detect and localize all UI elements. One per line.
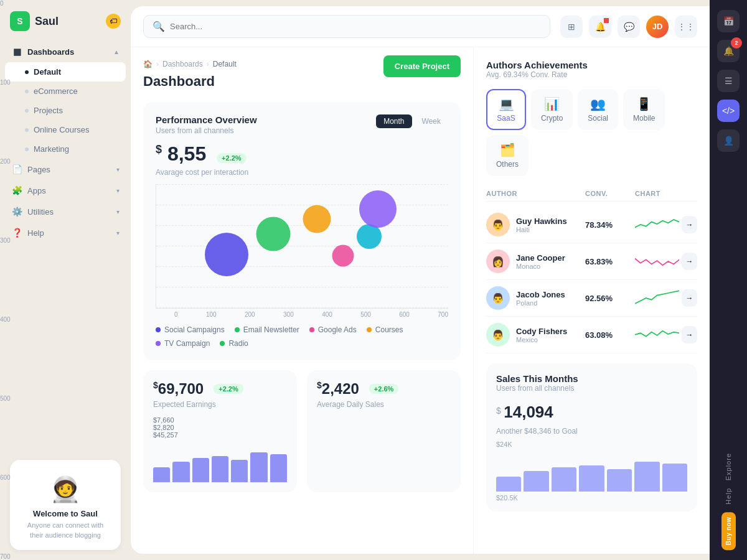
col-author: AUTHOR <box>486 190 585 197</box>
app-name: Saul <box>35 15 59 28</box>
sidebar-item-dashboards[interactable]: ▦ Dashboards ▲ <box>5 41 126 62</box>
author-avatar: 👩 <box>486 250 510 273</box>
author-name: Jacob Jones <box>516 290 565 299</box>
user-avatar[interactable]: JD <box>646 16 669 38</box>
legend-courses: Courses <box>367 325 403 334</box>
nav-dot <box>25 109 29 113</box>
right-panel: Authors Achievements Avg. 69.34% Conv. R… <box>473 47 710 554</box>
col-conv: CONV. <box>585 190 635 197</box>
notification-icon-btn[interactable]: 🔔 2 <box>717 40 740 62</box>
notifications-btn[interactable]: 🔔 <box>589 16 611 38</box>
mobile-icon: 📱 <box>636 96 652 111</box>
view-button[interactable]: → <box>682 216 697 233</box>
sales-value: $2,420 <box>317 380 359 398</box>
breadcrumb-dashboards[interactable]: Dashboards <box>162 60 203 68</box>
logo-icon: S <box>10 11 30 31</box>
legend-dot <box>156 341 161 346</box>
bubble-radio <box>359 190 397 228</box>
sales-goal: Another $48,346 to Goal <box>496 427 687 436</box>
welcome-title: Welcome to Saul <box>20 509 111 518</box>
view-button[interactable]: → <box>682 289 697 307</box>
crypto-icon: 📊 <box>544 96 560 111</box>
author-avatar: 👨 <box>486 286 510 310</box>
sidebar-item-utilities[interactable]: ⚙️ Utilities ▾ <box>5 201 126 222</box>
table-row: 👨 Cody Fishers Mexico 63.08% → <box>486 317 697 353</box>
chevron-icon: ▾ <box>116 187 120 194</box>
logo-area: S Saul 🏷 <box>0 0 131 39</box>
create-project-button[interactable]: Create Project <box>383 55 461 77</box>
sales-card: Sales This Months Users from all channel… <box>486 363 697 511</box>
card-header: Performance Overview Users from all chan… <box>156 114 448 135</box>
legend-tv: TV Campaign <box>156 339 210 348</box>
calendar-icon-btn[interactable]: 📅 <box>717 10 740 32</box>
expected-earnings-card: $69,700 +2.2% Expected Earnings $7,660 $… <box>143 370 297 492</box>
cat-tab-social[interactable]: 👥 Social <box>578 89 618 130</box>
table-row: 👨 Guy Hawkins Haiti 78.34% → <box>486 207 697 243</box>
user-icon-btn[interactable]: 👤 <box>717 129 740 152</box>
sidebar-item-default[interactable]: Default <box>5 62 126 82</box>
conv-value: 63.83% <box>585 257 635 266</box>
rs-notification-badge: 2 <box>731 37 742 49</box>
home-icon: 🏠 <box>143 60 153 68</box>
sparkline-chart <box>635 325 679 344</box>
view-button[interactable]: → <box>682 253 697 270</box>
grid-view-btn[interactable]: ⊞ <box>560 16 583 38</box>
chart-legend: Social Campaigns Email Newsletter Google… <box>156 325 448 348</box>
daily-sales-card: $2,420 +2.6% Average Daily Sales <box>307 370 461 492</box>
sparkline-chart <box>635 289 679 307</box>
content-area: 🏠 › Dashboards › Default Dashboard Creat… <box>131 47 710 554</box>
metric-label: Avarage cost per interaction <box>156 168 448 177</box>
author-info: 👨 Guy Hawkins Haiti <box>486 213 585 236</box>
sidebar-item-pages[interactable]: 📄 Pages ▾ <box>5 159 126 180</box>
table-row: 👨 Jacob Jones Poland 92.56% → <box>486 280 697 317</box>
cat-tab-saas[interactable]: 💻 SaaS <box>486 89 526 130</box>
breadcrumb-current: Default <box>213 60 237 68</box>
legend-radio: Radio <box>220 339 248 348</box>
sales-label: Average Daily Sales <box>317 400 451 409</box>
chart-cell: → <box>635 215 697 234</box>
menu-btn[interactable]: ⋮⋮ <box>675 16 697 38</box>
table-header: AUTHOR CONV. CHART <box>486 186 697 202</box>
author-info: 👨 Cody Fishers Mexico <box>486 323 585 347</box>
main-content: 🔍 ⊞ 🔔 💬 JD ⋮⋮ 🏠 › Dashboards › Default <box>131 6 710 554</box>
sidebar-item-apps[interactable]: 🧩 Apps ▾ <box>5 180 126 201</box>
cat-tab-mobile[interactable]: 📱 Mobile <box>623 89 665 130</box>
author-country: Monaco <box>516 263 565 270</box>
sidebar-item-projects[interactable]: Projects <box>5 101 126 120</box>
view-button[interactable]: → <box>682 326 697 343</box>
bubble-ads <box>303 205 331 233</box>
conv-value: 78.34% <box>585 220 635 230</box>
nav-dot <box>25 70 29 74</box>
buy-now-button[interactable]: Buy now <box>721 512 736 550</box>
sidebar-item-marketing[interactable]: Marketing <box>5 139 126 159</box>
cat-tab-crypto[interactable]: 📊 Crypto <box>531 89 573 130</box>
legend-dot <box>220 341 225 346</box>
dashboards-icon: ▦ <box>11 46 22 57</box>
legend-social: Social Campaigns <box>156 325 225 334</box>
tab-week[interactable]: Week <box>415 114 448 128</box>
header-actions: ⊞ 🔔 💬 JD ⋮⋮ <box>560 16 697 38</box>
chart-cell: → <box>635 325 697 344</box>
author-country: Mexico <box>516 336 567 343</box>
chevron-icon: ▾ <box>116 166 120 173</box>
legend-dot <box>235 327 240 332</box>
cat-tab-others[interactable]: 🗂️ Others <box>486 135 529 176</box>
search-input[interactable] <box>170 22 541 31</box>
bar-amounts: $7,660 $2,820 $45,257 <box>153 416 287 439</box>
legend-dot <box>309 327 314 332</box>
left-panel: 🏠 › Dashboards › Default Dashboard Creat… <box>131 47 473 554</box>
sidebar-item-online-courses[interactable]: Online Courses <box>5 120 126 139</box>
bubble-courses <box>332 245 354 267</box>
earnings-value: $69,700 <box>153 380 204 398</box>
code-icon-btn[interactable]: </> <box>717 100 740 122</box>
search-box[interactable]: 🔍 <box>143 15 550 38</box>
legend-dot <box>367 327 372 332</box>
authors-table: AUTHOR CONV. CHART 👨 Guy Hawkins Haiti 7… <box>486 186 697 353</box>
menu-icon-btn[interactable]: ☰ <box>717 70 740 92</box>
sidebar-item-help[interactable]: ❓ Help ▾ <box>5 222 126 243</box>
others-icon: 🗂️ <box>500 142 515 157</box>
tab-month[interactable]: Month <box>376 114 411 128</box>
chat-btn[interactable]: 💬 <box>618 16 640 38</box>
welcome-subtitle: Anyone can connect with their audience b… <box>20 521 111 540</box>
sidebar-item-ecommerce[interactable]: eCommerce <box>5 82 126 101</box>
